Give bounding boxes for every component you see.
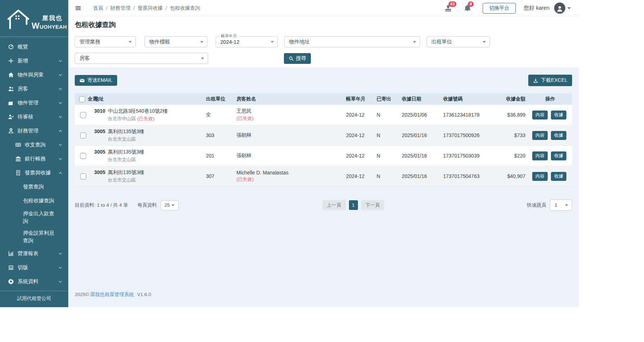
cell-tenant: 張朝林 [234,131,343,140]
cell-address: 3005萬利街135號3樓 台北市文山區 [91,168,203,185]
sidebar-item[interactable]: 押金出入款查詢 [0,208,68,227]
person-icon [556,5,564,13]
current-page-button[interactable]: 1 [349,200,358,210]
svg-text:$: $ [10,128,12,131]
chevron-down-icon [58,280,63,284]
app-logo[interactable]: 屋我也 WUOHYEAH [0,0,68,34]
sidebar-item[interactable]: 待審核 [0,110,68,124]
sidebar-item[interactable]: 系統資料 [0,275,68,289]
breadcrumb-separator: / [106,5,107,11]
stamp-notification-button[interactable]: 63 [444,4,452,13]
sidebar-item[interactable]: 概覽 [0,40,68,54]
sidebar-item[interactable]: 押金設算利息查詢 [0,227,68,247]
tenant-select[interactable]: 房客 [75,53,208,64]
bill-month-select[interactable]: 帳單年月 2024-12 [216,36,278,47]
gauge-icon [8,44,14,50]
sidebar-item[interactable]: 營運報表 [0,247,68,261]
management-select[interactable]: 管理業務 [75,36,136,47]
receipt-button[interactable]: 收據 [551,131,566,140]
cell-sent: N [374,111,399,119]
quick-jump-label: 快速跳頁 [527,202,546,209]
pagination: 目前資料: 1 to 4 / 共 4 筆 每頁資料 25 上一頁 1 下一頁 快… [75,200,572,211]
per-page-select[interactable]: 25 [161,200,179,210]
sidebar-item[interactable]: 收支查詢 [0,138,68,152]
detail-button[interactable]: 內容 [532,111,548,120]
receipt-button[interactable]: 收據 [551,111,566,120]
sidebar-item[interactable]: 發票與收據 [0,166,68,180]
cell-receipt-date: 2025/01/16 [399,131,440,140]
send-email-button[interactable]: 寄送EMAIL [75,75,117,86]
bell-notification-button[interactable]: 8 [463,4,472,13]
select-all-checkbox[interactable] [79,96,85,102]
money-icon [15,142,21,148]
sidebar-item[interactable]: 新增 [0,54,68,68]
next-page-button[interactable]: 下一頁 [361,200,385,210]
switch-platform-button[interactable]: 切換平台 [483,3,516,14]
quick-jump-value: 1 [555,202,557,208]
download-excel-button[interactable]: 下載EXCEL [528,75,572,86]
rental-unit-select[interactable]: 出租單位 [427,36,490,47]
sidebar-item[interactable]: 房客 [0,82,68,96]
detail-button[interactable]: 內容 [532,172,548,181]
sidebar-menu: 概覽 新增 物件與房東 房客 [0,37,68,289]
gear-icon [8,278,14,285]
detail-button[interactable]: 內容 [532,151,548,160]
user-check-icon [8,114,14,120]
property-tag-select[interactable]: 物件標籤 [144,36,207,47]
district-text: 台北市文山區 [108,157,136,162]
cell-receipt-amount: $36,899 [503,111,528,119]
chevron-down-icon [58,87,63,91]
cell-receipt-date: 2025/01/06 [399,111,440,119]
caret-down-icon [565,204,568,206]
breadcrumb-item[interactable]: 首頁 [93,5,103,11]
prev-page-button[interactable]: 上一頁 [322,200,346,210]
cell-unit: 303 [203,131,234,140]
breadcrumb-item[interactable]: 財務管理 [110,5,130,11]
sidebar-item[interactable]: 切版 [0,261,68,275]
property-address-select[interactable]: 物件地址 [284,36,420,47]
system-link[interactable]: 屋我也租屋管理系統 [90,292,134,297]
menu-toggle-icon[interactable] [75,5,82,11]
header-bill-month: 帳單年月 [343,96,374,102]
avatar-caret-down-icon[interactable] [567,7,571,9]
sidebar-item[interactable]: 包租收據查詢 [0,194,68,208]
breadcrumb-item[interactable]: 發票與收據 [138,5,163,11]
property-code: 3005 [94,149,105,155]
stamp-count-badge: 63 [448,1,456,7]
sidebar-item[interactable]: 物件與房東 [0,68,68,82]
sidebar-item[interactable]: 物件管理 [0,96,68,110]
cell-sent: N [374,151,399,160]
sidebar-item[interactable]: $ 財務管理 [0,124,68,138]
tag-select-value: 物件標籤 [149,38,170,45]
row-checkbox[interactable] [80,173,86,179]
sidebar-item[interactable]: 發票查詢 [0,180,68,194]
table-row: 3005萬利街135號3樓 台北市文山區 201 張朝林 2024-12 N [75,146,572,166]
unit-select-value: 出租單位 [431,38,452,45]
row-checkbox[interactable] [80,153,86,159]
row-checkbox[interactable] [80,132,86,139]
address-select-value: 物件地址 [289,38,310,45]
detail-button[interactable]: 內容 [532,131,548,140]
avatar[interactable] [554,3,565,14]
table-row: 3005萬利街135號3樓 台北市文山區 303 張朝林 2024-12 N [75,125,572,146]
breadcrumb: 首頁 / 財務管理 / 發票與收據 / 包租收據查詢 [87,5,200,11]
sidebar-item[interactable]: 銀行帳務 [0,152,68,166]
district-expired-note: (已失效) [137,116,155,121]
app-window: 屋我也 WUOHYEAH 概覽 新增 物 [0,0,579,307]
receipt-button[interactable]: 收據 [551,172,566,181]
quick-jump-select[interactable]: 1 [550,200,572,211]
district-text: 台北市中山區 [108,116,136,121]
address-text: 萬利街135號3樓 [108,169,144,175]
bell-count-badge: 8 [468,1,474,7]
filter-row-1: 管理業務 物件標籤 帳單年月 2024-12 物件地址 [75,36,572,47]
filters-section: 包租收據查詢 管理業務 物件標籤 帳單年月 2024-12 [68,17,579,67]
receipt-button[interactable]: 收據 [551,151,566,160]
cell-unit: 201 [203,151,234,160]
tenant-name: Michelle D. Manalastas [236,170,340,175]
breadcrumb-item[interactable]: 包租收據查詢 [170,5,200,11]
row-checkbox[interactable] [80,112,86,118]
building-icon [8,100,14,106]
search-button[interactable]: 搜尋 [284,53,311,64]
company-name[interactable]: 試用代租管公司 [0,291,68,306]
topbar-right: 63 8 切換平台 您好 karen [444,3,571,14]
